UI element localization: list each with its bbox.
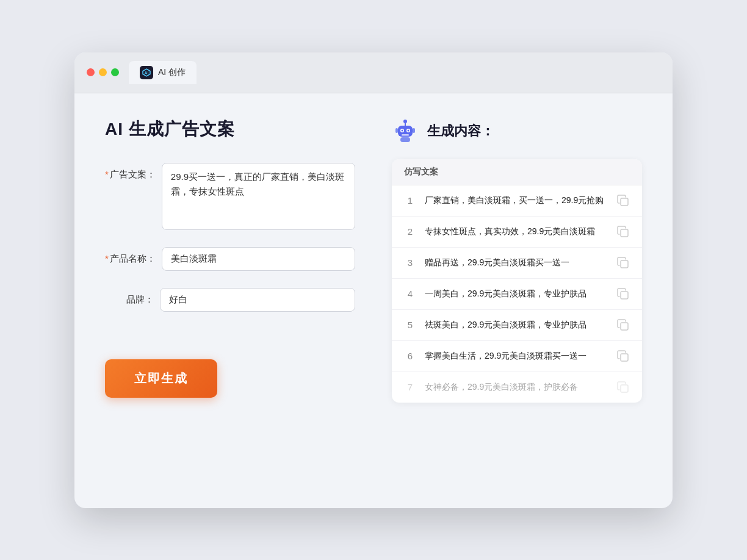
tab-label: AI 创作	[158, 67, 186, 78]
table-header: 仿写文案	[392, 159, 642, 185]
copy-icon[interactable]	[616, 194, 630, 207]
close-button[interactable]	[87, 68, 95, 76]
ad-label: *广告文案：	[105, 163, 156, 181]
ai-tab-icon: AI	[140, 66, 153, 79]
row-text: 厂家直销，美白淡斑霜，买一送一，29.9元抢购	[425, 194, 608, 207]
copy-icon[interactable]	[616, 318, 630, 332]
copy-icon[interactable]	[616, 381, 630, 394]
row-number: 7	[404, 382, 416, 392]
svg-text:AI: AI	[145, 71, 149, 75]
result-rows-container: 1 厂家直销，美白淡斑霜，买一送一，29.9元抢购 2 专抹女性斑点，真实功效，…	[392, 185, 642, 403]
svg-rect-12	[413, 128, 415, 133]
robot-icon	[392, 118, 419, 145]
product-label: *产品名称：	[105, 247, 156, 265]
svg-rect-11	[395, 128, 398, 133]
brand-label: 品牌：	[105, 288, 154, 306]
row-number: 3	[404, 257, 416, 268]
row-number: 6	[404, 351, 416, 361]
svg-rect-19	[621, 385, 628, 392]
copy-icon[interactable]	[616, 287, 630, 301]
product-name-input[interactable]	[162, 247, 355, 271]
traffic-lights	[87, 68, 119, 76]
svg-rect-17	[621, 323, 628, 330]
brand-group: 品牌：	[105, 288, 355, 312]
copy-icon[interactable]	[616, 350, 630, 363]
ad-copy-group: *广告文案：	[105, 163, 355, 230]
svg-point-2	[403, 120, 407, 123]
page-title: AI 生成广告文案	[105, 118, 355, 141]
svg-point-8	[408, 129, 410, 131]
row-text: 祛斑美白，29.9元美白淡斑霜，专业护肤品	[425, 318, 608, 331]
right-panel: 生成内容： 仿写文案 1 厂家直销，美白淡斑霜，买一送一，29.9元抢购 2 专…	[392, 118, 642, 484]
main-content: AI 生成广告文案 *广告文案： *产品名称： 品牌： 立	[74, 93, 673, 508]
row-text: 女神必备，29.9元美白淡斑霜，护肤必备	[425, 381, 608, 393]
title-bar: AI AI 创作	[74, 52, 673, 93]
svg-rect-18	[621, 354, 628, 361]
row-number: 4	[404, 289, 416, 299]
brand-input[interactable]	[160, 288, 355, 312]
svg-rect-13	[621, 198, 628, 206]
row-text: 一周美白，29.9元美白淡斑霜，专业护肤品	[425, 287, 608, 300]
result-header: 生成内容：	[392, 118, 642, 145]
copy-icon[interactable]	[616, 256, 630, 270]
maximize-button[interactable]	[111, 68, 119, 76]
product-name-group: *产品名称：	[105, 247, 355, 271]
table-row: 1 厂家直销，美白淡斑霜，买一送一，29.9元抢购	[392, 185, 642, 217]
result-title: 生成内容：	[427, 122, 494, 140]
required-star-product: *	[105, 253, 109, 264]
row-number: 2	[404, 226, 416, 237]
svg-point-7	[402, 129, 403, 131]
svg-rect-10	[400, 137, 410, 142]
required-star-ad: *	[105, 169, 109, 179]
tab-ai-creation[interactable]: AI AI 创作	[129, 61, 197, 84]
svg-rect-16	[621, 292, 628, 299]
row-number: 1	[404, 195, 416, 206]
copy-icon[interactable]	[616, 225, 630, 239]
ad-copy-input[interactable]	[162, 163, 355, 230]
minimize-button[interactable]	[99, 68, 107, 76]
table-row: 4 一周美白，29.9元美白淡斑霜，专业护肤品	[392, 279, 642, 310]
table-row: 7 女神必备，29.9元美白淡斑霜，护肤必备	[392, 372, 642, 403]
table-row: 3 赠品再送，29.9元美白淡斑霜买一送一	[392, 248, 642, 279]
svg-rect-15	[621, 260, 628, 268]
result-table: 仿写文案 1 厂家直销，美白淡斑霜，买一送一，29.9元抢购 2 专抹女性斑点，…	[392, 159, 642, 403]
generate-button[interactable]: 立即生成	[105, 359, 217, 398]
left-panel: AI 生成广告文案 *广告文案： *产品名称： 品牌： 立	[105, 118, 355, 484]
table-row: 6 掌握美白生活，29.9元美白淡斑霜买一送一	[392, 341, 642, 372]
svg-rect-14	[621, 229, 628, 237]
table-row: 5 祛斑美白，29.9元美白淡斑霜，专业护肤品	[392, 310, 642, 341]
table-row: 2 专抹女性斑点，真实功效，29.9元美白淡斑霜	[392, 217, 642, 248]
row-text: 掌握美白生活，29.9元美白淡斑霜买一送一	[425, 350, 608, 362]
svg-rect-9	[402, 134, 409, 136]
browser-window: AI AI 创作 AI 生成广告文案 *广告文案： *产品名称：	[74, 52, 673, 508]
row-number: 5	[404, 320, 416, 330]
row-text: 赠品再送，29.9元美白淡斑霜买一送一	[425, 256, 608, 269]
row-text: 专抹女性斑点，真实功效，29.9元美白淡斑霜	[425, 225, 608, 238]
